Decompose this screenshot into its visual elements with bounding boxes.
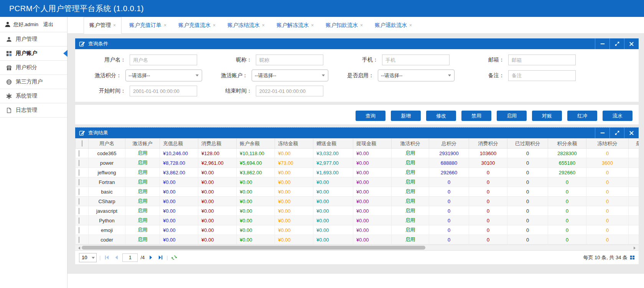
action-button[interactable]: 新增: [391, 111, 421, 121]
row-checkbox[interactable]: [79, 227, 79, 233]
action-button[interactable]: 修改: [426, 111, 456, 121]
action-button[interactable]: 启用: [497, 111, 527, 121]
tab-close-icon[interactable]: ×: [409, 23, 412, 28]
tab[interactable]: 账户充值订单×: [125, 17, 171, 33]
tab-close-icon[interactable]: ×: [213, 23, 216, 28]
query-field-select[interactable]: --请选择--: [378, 70, 455, 81]
table-cell: 0: [507, 158, 548, 168]
row-checkbox[interactable]: [79, 198, 79, 205]
next-page-button[interactable]: [147, 254, 154, 261]
sidebar-item[interactable]: 用户账户: [0, 46, 67, 61]
close-icon[interactable]: [624, 38, 639, 49]
table-row[interactable]: power启用¥8,728.00¥2,961.00¥5,694.00¥73.00…: [76, 158, 639, 168]
table-cell: ¥0.00: [275, 187, 313, 197]
action-button[interactable]: 红冲: [567, 111, 597, 121]
table-cell: [629, 235, 639, 245]
table-row[interactable]: CSharp启用¥0.00¥0.00¥0.00¥0.00¥0.00¥0.00启用…: [76, 197, 639, 206]
first-page-button[interactable]: [103, 254, 110, 261]
row-checkbox[interactable]: [79, 237, 79, 243]
tab[interactable]: 账户充值流水×: [174, 17, 220, 33]
select-all-checkbox[interactable]: [82, 140, 82, 147]
query-field-select[interactable]: --请选择--: [125, 70, 202, 81]
table-cell: coder: [89, 235, 125, 245]
tab-close-icon[interactable]: ×: [360, 23, 363, 28]
table-row[interactable]: javascript启用¥0.00¥0.00¥0.00¥0.00¥0.00¥0.…: [76, 206, 639, 216]
table-cell: ¥0.00: [353, 225, 392, 235]
tab-label: 账户冻结流水: [227, 22, 260, 29]
tab-close-icon[interactable]: ×: [311, 23, 314, 28]
table-cell: ¥3,862.00: [160, 168, 198, 177]
query-field-input[interactable]: [382, 55, 450, 65]
query-field-label: 备注：: [455, 72, 508, 79]
query-field-select[interactable]: --请选择--: [252, 70, 328, 81]
table-cell: ¥0.00: [353, 158, 392, 168]
last-page-button[interactable]: [157, 254, 164, 261]
query-field-input[interactable]: [256, 86, 323, 96]
h-scrollbar[interactable]: [75, 245, 639, 250]
page-input[interactable]: [122, 253, 138, 262]
query-field-input[interactable]: [508, 70, 576, 81]
table-cell: 655180: [548, 158, 586, 168]
table-row[interactable]: coder启用¥0.00¥0.00¥0.00¥0.00¥0.00¥0.00启用0…: [76, 235, 639, 245]
tab[interactable]: 账户退款流水×: [371, 17, 416, 33]
row-checkbox[interactable]: [79, 150, 79, 157]
row-checkbox[interactable]: [79, 217, 79, 224]
table-row[interactable]: jeffwong启用¥3,862.00¥0.00¥3,862.00¥0.00¥1…: [76, 168, 639, 177]
action-button[interactable]: 查询: [356, 111, 385, 121]
tab[interactable]: 账户扣款流水×: [321, 17, 367, 33]
expand-icon[interactable]: [609, 127, 624, 138]
table-cell: 0: [507, 197, 548, 206]
tab-close-icon[interactable]: ×: [113, 23, 116, 28]
minimize-icon[interactable]: [595, 38, 609, 49]
logout-link[interactable]: 退出: [43, 21, 53, 28]
table-cell: 0: [586, 168, 629, 177]
table-row[interactable]: Python启用¥0.00¥0.00¥0.00¥0.00¥0.00¥0.00启用…: [76, 216, 639, 225]
table-row[interactable]: emoji启用¥0.00¥0.00¥0.00¥0.00¥0.00¥0.00启用0…: [76, 225, 639, 235]
table-row[interactable]: code365启用¥10,246.00¥128.00¥10,118.00¥0.0…: [76, 149, 639, 158]
tab-close-icon[interactable]: ×: [164, 23, 166, 28]
table-cell: 0: [469, 235, 507, 245]
query-field-input[interactable]: [130, 55, 197, 65]
h-scrollbar-thumb[interactable]: [82, 246, 425, 250]
sidebar-item[interactable]: 系统管理: [0, 89, 67, 103]
sidebar-item[interactable]: 用户管理: [0, 32, 67, 46]
refresh-button[interactable]: [171, 254, 178, 261]
action-button[interactable]: 禁用: [461, 111, 491, 121]
sidebar-item[interactable]: 第三方用户: [0, 75, 67, 89]
row-checkbox[interactable]: [79, 208, 79, 214]
query-field-input[interactable]: [130, 86, 197, 96]
table-cell: 启用: [125, 216, 160, 225]
prev-page-button[interactable]: [113, 254, 120, 261]
sidebar-item[interactable]: 日志管理: [0, 103, 67, 118]
row-checkbox[interactable]: [79, 160, 79, 166]
table-row[interactable]: basic启用¥0.00¥0.00¥0.00¥0.00¥0.00¥0.00启用0…: [76, 187, 639, 197]
tab[interactable]: 账户管理×: [84, 17, 122, 34]
tab[interactable]: 账户冻结流水×: [223, 17, 269, 33]
table-cell: 0: [507, 206, 548, 216]
close-icon[interactable]: [624, 127, 639, 138]
scroll-right-arrow[interactable]: [634, 247, 637, 250]
row-checkbox[interactable]: [79, 169, 79, 176]
column-header: 是否启用: [629, 139, 639, 149]
minimize-icon[interactable]: [595, 127, 609, 138]
tab[interactable]: 账户解冻流水×: [272, 17, 318, 33]
query-field-input[interactable]: [508, 55, 576, 65]
row-checkbox[interactable]: [79, 189, 79, 195]
query-field: 昵称：: [202, 55, 328, 65]
query-field: 开始时间：: [76, 86, 202, 96]
table-cell: 0: [469, 216, 507, 225]
column-header: 账户余额: [237, 139, 275, 149]
action-button[interactable]: 对账: [532, 111, 562, 121]
action-button[interactable]: 流水: [603, 111, 632, 121]
row-checkbox[interactable]: [79, 179, 79, 185]
table-row[interactable]: Fortran启用¥0.00¥0.00¥0.00¥0.00¥0.00¥0.00启…: [76, 177, 639, 187]
table-cell: 启用: [125, 158, 160, 168]
scroll-left-arrow[interactable]: [77, 247, 80, 250]
sidebar-item[interactable]: 用户积分: [0, 61, 67, 75]
tab-close-icon[interactable]: ×: [262, 23, 265, 28]
query-field-input[interactable]: [256, 55, 323, 65]
expand-icon[interactable]: [609, 38, 624, 49]
table-cell: 0: [548, 235, 586, 245]
table-cell: 启用: [392, 149, 429, 158]
page-size-select[interactable]: 10: [79, 253, 97, 262]
